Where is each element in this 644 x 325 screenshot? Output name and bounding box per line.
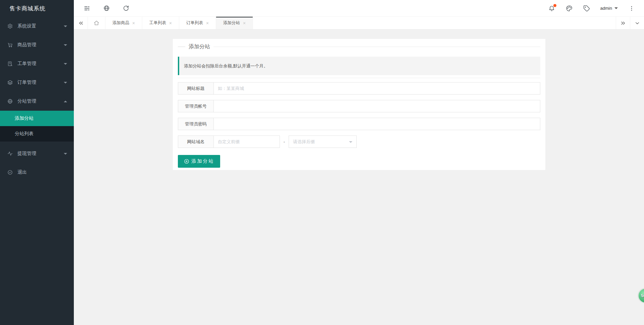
site-title-input[interactable] [214, 82, 540, 95]
theme-button[interactable] [565, 5, 573, 12]
chevron-down-icon [64, 63, 67, 65]
domain-separator: - [280, 136, 289, 148]
collapse-icon [84, 5, 90, 12]
admin-account-input[interactable] [214, 100, 540, 112]
legend-right-line [213, 47, 540, 47]
app-window: 售卡商城系统 系统设置 商品管理 工单管理 订单 [0, 0, 644, 325]
tab-label: 订单列表 [186, 20, 203, 26]
sidebar-item-workorder-management[interactable]: 工单管理 [0, 54, 74, 73]
admin-account-label: 管理员帐号 [178, 100, 214, 112]
pulse-icon [7, 151, 13, 156]
chevron-down-icon [634, 20, 640, 26]
content-area: 添加分站 添加分站会扣除后台余额,默认开通一个月。 网站标题 管理员帐号 管理员… [74, 30, 644, 325]
sidebar-item-substation-management[interactable]: 分站管理 [0, 92, 74, 111]
nav-spacer [0, 142, 74, 144]
header-right-actions: admin [548, 5, 644, 12]
sidebar-item-label: 订单管理 [17, 79, 64, 86]
tab-label: 工单列表 [149, 20, 166, 26]
collapse-sidebar-button[interactable] [83, 5, 91, 12]
alert-text: 添加分站会扣除后台余额,默认开通一个月。 [184, 63, 268, 69]
chevron-down-icon [64, 44, 67, 46]
select-placeholder: 请选择后缀 [293, 139, 315, 145]
sidebar-item-withdraw-management[interactable]: 提现管理 [0, 144, 74, 163]
ticket-question-icon [7, 61, 13, 66]
layers-icon [7, 80, 13, 85]
card-title-legend: 添加分站 [178, 43, 540, 50]
domain-prefix-input[interactable] [214, 136, 280, 148]
info-alert: 添加分站会扣除后台余额,默认开通一个月。 [178, 57, 540, 75]
domain-suffix-select[interactable]: 请选择后缀 [289, 136, 357, 148]
home-tab[interactable] [88, 17, 105, 29]
site-title-label: 网站标题 [178, 82, 214, 95]
chevron-down-icon [64, 25, 67, 27]
site-domain-label: 网站域名 [178, 136, 214, 148]
sidebar-item-label: 分站管理 [17, 98, 64, 104]
refresh-button[interactable] [122, 5, 130, 12]
tabs-spacer [253, 17, 616, 29]
home-icon [94, 20, 99, 26]
close-icon[interactable]: × [206, 21, 209, 25]
chevron-down-icon [614, 7, 618, 9]
tab-add-product[interactable]: 添加商品 × [105, 17, 142, 29]
sidebar-item-order-management[interactable]: 订单管理 [0, 73, 74, 92]
sidebar: 售卡商城系统 系统设置 商品管理 工单管理 订单 [0, 0, 74, 325]
chevrons-left-icon [78, 20, 84, 26]
globe-icon [103, 5, 110, 11]
admin-password-label: 管理员密码 [178, 118, 214, 130]
chevron-up-icon [64, 101, 67, 102]
check-circle-icon [7, 170, 13, 175]
legend-left-line [178, 47, 185, 47]
plus-circle-icon [184, 159, 189, 164]
sidebar-subitem-substation-list[interactable]: 分站列表 [0, 126, 74, 142]
section-divider [178, 78, 540, 78]
tabs-bar: 添加商品 × 工单列表 × 订单列表 × 添加分站 × [74, 17, 644, 30]
tabs-menu-button[interactable] [630, 17, 644, 29]
sub-item-label: 分站列表 [15, 131, 34, 137]
refresh-icon [123, 5, 129, 11]
header-left-actions [74, 5, 130, 12]
sidebar-item-system-settings[interactable]: 系统设置 [0, 17, 74, 36]
scroll-tabs-left-button[interactable] [74, 17, 88, 29]
notification-dot-badge [553, 4, 556, 7]
tab-workorder-list[interactable]: 工单列表 × [142, 17, 179, 29]
scroll-tabs-right-button[interactable] [616, 17, 630, 29]
tag-icon [583, 5, 590, 12]
add-substation-button[interactable]: 添加分站 [178, 155, 220, 168]
user-menu[interactable]: admin [600, 6, 618, 11]
form-row-admin-password: 管理员密码 [178, 118, 540, 130]
sidebar-item-label: 商品管理 [17, 42, 64, 48]
form-row-admin-account: 管理员帐号 [178, 100, 540, 112]
form-row-site-domain: 网站域名 - 请选择后缀 [178, 136, 540, 148]
close-icon[interactable]: × [243, 21, 246, 25]
admin-password-input[interactable] [214, 118, 540, 130]
sidebar-item-product-management[interactable]: 商品管理 [0, 36, 74, 54]
username: admin [600, 6, 612, 11]
sidebar-subitem-add-substation[interactable]: 添加分站 [0, 111, 74, 126]
site-home-button[interactable] [103, 5, 110, 12]
tab-add-substation[interactable]: 添加分站 × [216, 17, 253, 29]
sub-item-label: 添加分站 [15, 115, 34, 121]
form-row-site-title: 网站标题 [178, 82, 540, 95]
chevron-down-icon [349, 141, 352, 143]
tab-label: 添加分站 [223, 20, 240, 26]
sidebar-item-label: 系统设置 [17, 23, 64, 29]
tab-label: 添加商品 [112, 20, 129, 26]
chevron-down-icon [64, 82, 67, 84]
tab-order-list[interactable]: 订单列表 × [179, 17, 216, 29]
palette-icon [566, 5, 573, 12]
chevrons-right-icon [620, 20, 626, 26]
app-title: 售卡商城系统 [0, 0, 74, 17]
sidebar-item-label: 工单管理 [17, 61, 64, 67]
kebab-menu-icon [629, 5, 635, 11]
close-icon[interactable]: × [132, 21, 135, 25]
cart-icon [7, 42, 13, 48]
sidebar-item-logout[interactable]: 退出 [0, 163, 74, 182]
notifications-button[interactable] [548, 5, 555, 12]
more-options-button[interactable] [628, 5, 635, 12]
top-header: admin [74, 0, 644, 17]
close-icon[interactable]: × [169, 21, 172, 25]
gear-icon [7, 23, 13, 29]
card-title: 添加分站 [189, 43, 210, 50]
sidebar-item-label: 提现管理 [17, 151, 64, 157]
tag-button[interactable] [583, 5, 590, 12]
